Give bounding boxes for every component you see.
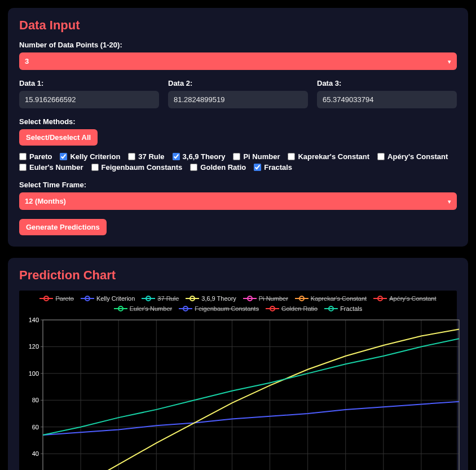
method-checkbox[interactable] [91, 164, 99, 171]
legend-swatch-icon [266, 306, 279, 311]
method-label: Golden Ratio [200, 163, 246, 172]
chart-panel: Prediction Chart ParetoKelly Criterion37… [8, 258, 468, 470]
method-item[interactable]: Golden Ratio [190, 163, 246, 172]
data-field-input-1[interactable] [19, 91, 159, 108]
method-item[interactable]: Fractals [254, 163, 292, 172]
legend-label: Kaprekar's Constant [311, 295, 367, 302]
data-field-input-2[interactable] [168, 91, 308, 108]
method-label: Pareto [29, 152, 52, 161]
method-label: 37 Rule [138, 152, 164, 161]
data-field-input-3[interactable] [317, 91, 457, 108]
legend-item[interactable]: Pi Number [243, 295, 288, 302]
method-label: 3,6,9 Theory [183, 152, 226, 161]
legend-swatch-icon [186, 296, 199, 301]
data-field-label: Data 3: [317, 79, 457, 87]
legend-item[interactable]: 3,6,9 Theory [186, 295, 236, 302]
method-item[interactable]: Feigenbaum Constants [91, 163, 183, 172]
legend-label: Apéry's Constant [389, 295, 436, 302]
legend-label: Golden Ratio [281, 305, 318, 312]
legend-item[interactable]: Fractals [324, 305, 362, 312]
method-checkbox[interactable] [173, 153, 180, 160]
data-input-panel: Data Input Number of Data Points (1-20):… [8, 8, 468, 247]
legend-swatch-icon [39, 296, 53, 301]
select-all-button[interactable]: Select/Deselect All [19, 129, 98, 146]
method-checkbox[interactable] [190, 164, 197, 171]
legend-item[interactable]: Apéry's Constant [373, 295, 436, 302]
legend-label: 37 Rule [157, 295, 179, 302]
timeframe-block: Select Time Frame: 12 (Months) [19, 181, 457, 210]
method-checkbox[interactable] [254, 164, 261, 171]
y-tick-label: 120 [29, 343, 39, 350]
legend-item[interactable]: Kaprekar's Constant [295, 295, 367, 302]
y-tick-label: 60 [32, 424, 39, 431]
legend-label: Feigenbaum Constants [195, 305, 259, 312]
method-item[interactable]: Kelly Criterion [60, 152, 120, 161]
legend-swatch-icon [81, 296, 94, 301]
legend-swatch-icon [179, 306, 192, 311]
method-item[interactable]: 3,6,9 Theory [173, 152, 226, 161]
data-fields-row: Data 1:Data 2:Data 3: [19, 79, 457, 108]
method-checkbox[interactable] [377, 153, 385, 160]
legend-label: Pi Number [259, 295, 288, 302]
method-item[interactable]: Apéry's Constant [377, 152, 448, 161]
legend-label: 3,6,9 Theory [201, 295, 236, 302]
num-points-select[interactable]: 3 [19, 52, 457, 70]
legend-item[interactable]: Feigenbaum Constants [179, 305, 259, 312]
method-checkbox[interactable] [233, 153, 240, 160]
data-field: Data 2: [168, 79, 308, 108]
chart-area: ParetoKelly Criterion37 Rule3,6,9 Theory… [19, 291, 457, 470]
method-item[interactable]: Euler's Number [19, 163, 83, 172]
method-label: Euler's Number [29, 163, 83, 172]
series-line [43, 402, 459, 435]
method-label: Fractals [264, 163, 292, 172]
legend-label: Euler's Number [130, 305, 172, 312]
legend-swatch-icon [295, 296, 308, 301]
data-field-label: Data 2: [168, 79, 308, 87]
data-field: Data 1: [19, 79, 159, 108]
legend-swatch-icon [324, 306, 338, 311]
legend-swatch-icon [142, 296, 155, 301]
legend-item[interactable]: Golden Ratio [266, 305, 318, 312]
legend-label: Fractals [340, 305, 362, 312]
prediction-chart: 020406080100120140Month 1Month 2Month 3M… [21, 317, 464, 470]
data-field-label: Data 1: [19, 79, 159, 87]
method-item[interactable]: 37 Rule [128, 152, 164, 161]
method-checkbox[interactable] [60, 153, 67, 160]
legend-label: Kelly Criterion [96, 295, 135, 302]
legend-item[interactable]: Euler's Number [114, 305, 172, 312]
method-label: Feigenbaum Constants [102, 163, 183, 172]
y-tick-label: 140 [29, 317, 39, 323]
method-item[interactable]: Kaprekar's Constant [288, 152, 369, 161]
legend-swatch-icon [243, 296, 257, 301]
methods-block: Select Methods: Select/Deselect All Pare… [19, 117, 457, 172]
methods-label: Select Methods: [19, 117, 457, 126]
y-tick-label: 40 [32, 450, 39, 457]
timeframe-label: Select Time Frame: [19, 181, 457, 189]
series-line [43, 339, 459, 435]
num-points-select-wrap: 3 [19, 52, 457, 70]
method-label: Kelly Criterion [70, 152, 120, 161]
chart-title: Prediction Chart [19, 268, 457, 283]
legend-item[interactable]: Pareto [39, 295, 73, 302]
method-checkbox[interactable] [288, 153, 295, 160]
method-label: Apéry's Constant [387, 152, 448, 161]
method-item[interactable]: Pareto [19, 152, 52, 161]
generate-button[interactable]: Generate Predictions [19, 219, 107, 235]
method-checkbox[interactable] [128, 153, 135, 160]
data-field: Data 3: [317, 79, 457, 108]
series-line [43, 330, 459, 470]
method-label: Pi Number [243, 152, 280, 161]
y-tick-label: 100 [29, 370, 39, 377]
legend-swatch-icon [114, 306, 127, 311]
legend-swatch-icon [373, 296, 387, 301]
method-item[interactable]: Pi Number [233, 152, 280, 161]
legend-item[interactable]: Kelly Criterion [81, 295, 135, 302]
method-checkbox[interactable] [19, 153, 27, 160]
y-tick-label: 80 [32, 397, 39, 403]
legend-item[interactable]: 37 Rule [142, 295, 179, 302]
methods-row: ParetoKelly Criterion37 Rule3,6,9 Theory… [19, 152, 457, 172]
legend-label: Pareto [55, 295, 73, 302]
timeframe-select[interactable]: 12 (Months) [19, 192, 457, 210]
method-checkbox[interactable] [19, 164, 27, 171]
data-input-title: Data Input [19, 18, 457, 33]
